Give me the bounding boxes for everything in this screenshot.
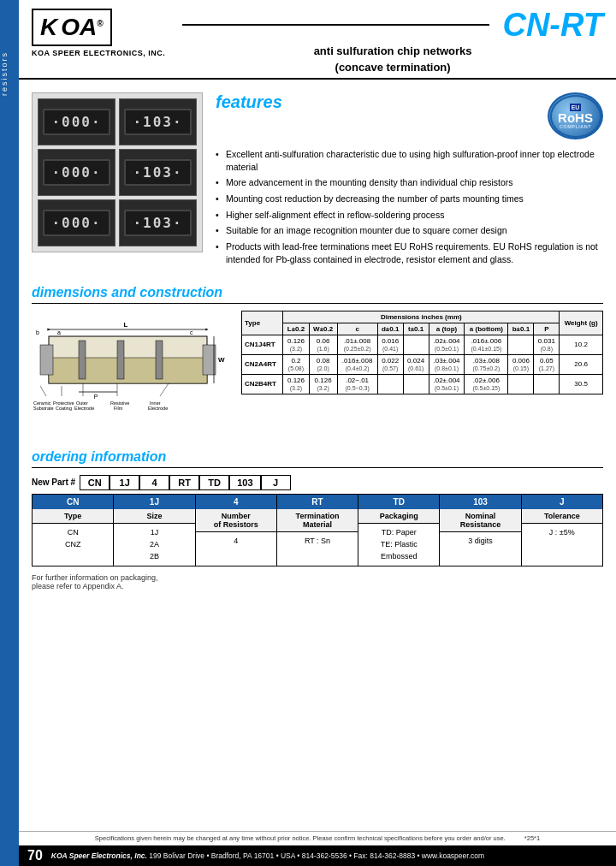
dim-c-2: .016±.008(0.4±0.2) — [337, 354, 377, 374]
chip-display-1: ·000· — [43, 109, 110, 135]
dim-abot-3: .02±.006(0.5±0.15) — [465, 374, 508, 394]
part-seg-5: 103 — [229, 475, 260, 490]
part-seg-0: CN — [80, 475, 110, 490]
footer-disclaimer: Specifications given herein may be chang… — [19, 831, 616, 842]
ord-col-vals-1: 1J2A2B — [114, 524, 194, 566]
chip-cell-5: ·000· — [38, 199, 116, 246]
svg-rect-1 — [49, 358, 207, 383]
ord-col-sub-6: Tolerance — [522, 509, 602, 524]
features-header: features EU RoHS COMPLIANT — [216, 92, 603, 139]
svg-rect-5 — [117, 341, 124, 379]
ord-col-vals-5: 3 digits — [440, 532, 520, 549]
part-seg-3: RT — [169, 475, 199, 490]
ord-col-hdr-2: 4 — [196, 495, 276, 509]
part-boxes: CN 1J 4 RT TD 103 J — [80, 475, 290, 490]
svg-text:W: W — [218, 356, 225, 364]
footer-address: 199 Bolivar Drive • Bradford, PA 16701 •… — [149, 851, 484, 860]
svg-text:Electrode: Electrode — [74, 406, 94, 411]
header: K OA® KOA SPEER ELECTRONICS, INC. CN-RT … — [19, 0, 616, 80]
features-content: features EU RoHS COMPLIANT Excellent ant… — [216, 92, 603, 268]
disclaimer-text: Specifications given herein may be chang… — [95, 834, 506, 842]
ord-col-4: TD Packaging TD: PaperTE: PlasticEmbosse… — [358, 495, 440, 566]
dim-th-units: Dimensions inches (mm) — [283, 311, 560, 323]
dim-wt-3: 30.5 — [560, 374, 603, 394]
ord-col-hdr-3: RT — [277, 495, 358, 509]
ord-col-hdr-6: J — [522, 495, 602, 509]
chip-display-6: ·103· — [124, 210, 191, 236]
ord-col-hdr-1: 1J — [114, 495, 194, 509]
ord-col-sub-5: NominalResistance — [440, 509, 520, 532]
logo-oa: OA® — [61, 14, 103, 41]
svg-line-28 — [160, 383, 169, 396]
feature-item-6: Products with lead-free terminations mee… — [216, 239, 603, 267]
dim-table-container: Type Dimensions inches (mm) Weight (g) L… — [241, 311, 603, 432]
dim-th-atop: a (top) — [429, 323, 465, 335]
ord-col-1: 1J Size 1J2A2B — [114, 495, 195, 566]
chip-grid: ·000· ·103· ·000· ·103· ·000· ·103· — [32, 92, 203, 252]
feature-item-5: Suitable for an image recognition mounte… — [216, 222, 603, 239]
svg-text:Film: Film — [114, 406, 123, 411]
dim-t-3 — [403, 374, 429, 394]
dim-row-cn1j4rt: CN1J4RT 0.126(3.2) 0.06(1.6) .01±.008(0.… — [242, 335, 603, 354]
product-title: CN-RT — [502, 9, 603, 41]
side-tab: resistors — [0, 0, 19, 866]
dim-c-1: .01±.008(0.25±0.2) — [337, 335, 377, 354]
footnote-line1: For further information on packaging, — [32, 573, 603, 582]
dim-b-1 — [508, 335, 534, 354]
ordering-title: ordering information — [32, 449, 603, 468]
chip-cell-6: ·103· — [119, 199, 197, 246]
product-subtitle-line2: (concave termination) — [182, 61, 603, 74]
rohs-badge: EU RoHS COMPLIANT — [548, 92, 603, 139]
product-subtitle-line1: anti sulfuration chip networks — [182, 44, 603, 57]
dim-c-3: .02~.01(0.5~0.3) — [337, 374, 377, 394]
feature-item-2: More advancement in the mounting density… — [216, 175, 603, 191]
dim-P-2: 0.05(1.27) — [534, 354, 560, 374]
dim-b-2: 0.006(0.15) — [508, 354, 534, 374]
ordering-grid: CN Type CNCNZ 1J Size 1J2A2B 4 Numberof … — [32, 494, 603, 566]
dim-W-1: 0.06(1.6) — [309, 335, 337, 354]
dim-atop-2: .03±.004(0.8±0.1) — [429, 354, 465, 374]
dim-atop-3: .02±.004(0.5±0.1) — [429, 374, 465, 394]
company-name: KOA SPEER ELECTRONICS, INC. — [32, 49, 165, 57]
dim-th-t: t±0.1 — [403, 323, 429, 335]
features-title: features — [216, 92, 282, 112]
chip-display-5: ·000· — [43, 210, 110, 236]
ord-col-sub-0: Type — [33, 509, 113, 524]
chip-cell-1: ·000· — [38, 98, 116, 145]
chip-display-4: ·103· — [124, 159, 191, 186]
ord-col-sub-1: Size — [114, 509, 194, 524]
dim-row-cn2a4rt: CN2A4RT 0.2(5.08) 0.08(2.0) .016±.008(0.… — [242, 354, 603, 374]
dim-th-c: c — [337, 323, 377, 335]
part-seg-1: 1J — [110, 475, 139, 490]
ord-col-hdr-0: CN — [33, 495, 113, 509]
dim-wt-1: 10.2 — [560, 335, 603, 354]
main-content: K OA® KOA SPEER ELECTRONICS, INC. CN-RT … — [19, 0, 616, 599]
dim-diagram: L W b a P c — [32, 311, 228, 432]
dimensions-content: L W b a P c — [32, 311, 603, 432]
feature-item-4: Higher self-alignment effect in reflow-s… — [216, 207, 603, 223]
dimensions-section: dimensions and construction — [19, 276, 616, 441]
dim-th-type: Type — [242, 311, 283, 335]
dim-L-1: 0.126(3.2) — [283, 335, 309, 354]
part-label: New Part # — [32, 477, 75, 487]
dim-row-cn2b4rt: CN2B4RT 0.126(3.2) 0.126(3.2) .02~.01(0.… — [242, 374, 603, 394]
ord-col-3: RT TerminationMaterial RT : Sn — [277, 495, 358, 566]
features-list: Excellent anti-sulfuration characteristi… — [216, 146, 603, 268]
chip-cell-4: ·103· — [119, 149, 197, 196]
dim-type-1: CN1J4RT — [242, 335, 283, 354]
dim-P-3 — [534, 374, 560, 394]
svg-text:Substrate: Substrate — [33, 406, 54, 411]
dimensions-title: dimensions and construction — [32, 285, 603, 304]
feature-item-3: Mounting cost reduction by decreasing th… — [216, 191, 603, 207]
rohs-compliant: COMPLIANT — [560, 124, 591, 129]
dim-t-2: 0.024(0.61) — [403, 354, 429, 374]
dim-atop-1: .02±.004(0.5±0.1) — [429, 335, 465, 354]
dim-W-2: 0.08(2.0) — [309, 354, 337, 374]
dim-th-b: b±0.1 — [508, 323, 534, 335]
dim-P-1: 0.031(0.8) — [534, 335, 560, 354]
dim-abot-1: .016±.006(0.41±0.15) — [465, 335, 508, 354]
svg-rect-6 — [156, 341, 163, 379]
rohs-main: RoHS — [558, 111, 593, 124]
ord-col-sub-2: Numberof Resistors — [196, 509, 276, 532]
chip-display-2: ·103· — [124, 109, 191, 135]
